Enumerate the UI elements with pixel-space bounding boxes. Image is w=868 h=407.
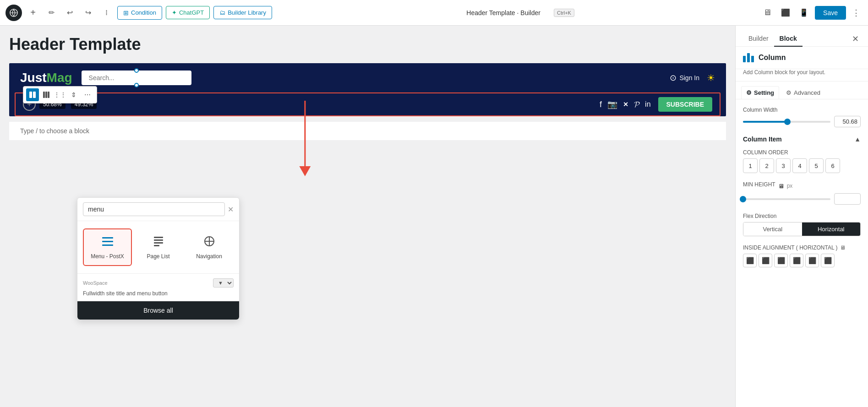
facebook-icon[interactable]: f — [600, 100, 602, 109]
menu-postx-icon — [101, 235, 114, 250]
add-block-toolbar-button[interactable]: + — [26, 5, 40, 20]
column-width-thumb[interactable] — [784, 119, 791, 125]
subscribe-button[interactable]: SUBSCRIBE — [658, 97, 712, 112]
block-picker-popup: ✕ Menu - PostX — [77, 197, 240, 320]
picker-item-page-list[interactable]: Page List — [134, 228, 183, 266]
more-block-options-btn[interactable]: ⋯ — [81, 88, 94, 101]
col-bar-3 — [751, 56, 754, 62]
picker-clear-button[interactable]: ✕ — [228, 205, 234, 214]
align-btn-stretch[interactable]: ⬛ — [805, 254, 819, 267]
min-height-input[interactable] — [834, 193, 861, 205]
min-height-label-row: MIN HEIGHT 🖥 px — [743, 181, 861, 190]
resize-handle-bottom[interactable] — [134, 83, 139, 87]
picker-preview-section: WooSpace ▼ Fullwidth site title and menu… — [77, 273, 239, 301]
sub-tab-advanced[interactable]: ⚙ Advanced — [781, 86, 825, 99]
picker-search-input[interactable] — [83, 202, 225, 216]
brand-highlight: Mag — [47, 71, 72, 85]
svg-rect-8 — [102, 241, 113, 242]
flex-dir-vertical[interactable]: Vertical — [743, 222, 802, 236]
redo-button[interactable]: ↪ — [81, 5, 95, 20]
panel-block-desc: Add Column block for your layout. — [736, 69, 868, 81]
order-btn-3[interactable]: 3 — [776, 158, 791, 173]
builder-library-button[interactable]: 🗂 Builder Library — [213, 6, 272, 19]
flex-direction-buttons: Vertical Horizontal — [743, 222, 861, 236]
picker-preview-bar: WooSpace ▼ — [83, 278, 234, 288]
svg-rect-3 — [43, 92, 45, 98]
grid-btn[interactable]: ⋮⋮ — [54, 88, 66, 101]
align-btn-left[interactable]: ⬛ — [743, 254, 757, 267]
min-height-thumb[interactable] — [740, 196, 746, 202]
instagram-icon[interactable]: 📷 — [607, 99, 617, 109]
column-width-input[interactable] — [834, 116, 861, 127]
builder-library-label: Builder Library — [228, 9, 266, 16]
list-view-button[interactable]: ⁞ — [99, 5, 114, 20]
min-height-unit: px — [787, 183, 793, 189]
flex-direction-row: Flex Direction Vertical Horizontal — [743, 213, 861, 236]
save-button[interactable]: Save — [815, 6, 846, 20]
svg-rect-7 — [102, 237, 113, 239]
align-btn-center[interactable]: ⬛ — [759, 254, 772, 267]
mobile-view-button[interactable]: 📱 — [797, 5, 811, 20]
align-btn-right[interactable]: ⬛ — [774, 254, 788, 267]
min-height-label: MIN HEIGHT — [743, 181, 775, 188]
social-icons-group: f 📷 ✕ 𝓟 in — [600, 99, 650, 109]
header-block-toolbar: ⋮⋮ ⇕ ⋯ — [23, 86, 97, 103]
sign-in-label: Sign In — [679, 74, 699, 81]
column-width-track[interactable] — [743, 121, 830, 123]
more-options-button[interactable]: ⋮ — [850, 6, 863, 19]
resize-handle-top[interactable] — [134, 68, 139, 73]
order-btn-1[interactable]: 1 — [743, 158, 758, 173]
inside-alignment-label: INSIDE ALIGNMENT ( HORIZONTAL ) 🖥 — [743, 244, 861, 251]
picker-item-navigation[interactable]: Navigation — [185, 228, 234, 266]
top-toolbar: + ✏ ↩ ↪ ⁞ ⊞ Condition ✦ ChatGPT 🗂 Builde… — [0, 0, 868, 26]
align-btn-space[interactable]: ⬛ — [821, 254, 835, 267]
linkedin-icon[interactable]: in — [645, 100, 650, 109]
tab-builder[interactable]: Builder — [743, 31, 774, 47]
menu-postx-label: Menu - PostX — [91, 253, 124, 260]
move-up-down-btn[interactable]: ⇕ — [67, 88, 80, 101]
twitter-x-icon[interactable]: ✕ — [623, 101, 628, 108]
column-item-collapse-button[interactable]: ▲ — [854, 136, 861, 143]
chatgpt-button[interactable]: ✦ ChatGPT — [166, 6, 210, 19]
undo-button[interactable]: ↩ — [62, 5, 77, 20]
columns-layout-btn2[interactable] — [40, 88, 53, 101]
chatgpt-icon: ✦ — [172, 9, 177, 16]
order-btn-2[interactable]: 2 — [759, 158, 774, 173]
browse-all-button[interactable]: Browse all — [77, 301, 239, 320]
picker-preview-select[interactable]: ▼ — [213, 278, 234, 288]
column-width-fill — [743, 121, 787, 123]
condition-icon: ⊞ — [123, 9, 129, 16]
order-btn-4[interactable]: 4 — [792, 158, 807, 173]
condition-button[interactable]: ⊞ Condition — [117, 6, 162, 20]
navigation-icon — [203, 235, 216, 250]
shortcut-badge: Ctrl+K — [554, 9, 574, 17]
svg-rect-13 — [154, 245, 159, 246]
align-btn-justify[interactable]: ⬛ — [790, 254, 803, 267]
pinterest-icon[interactable]: 𝓟 — [634, 100, 639, 109]
desktop-view-button[interactable]: 🖥 — [760, 5, 775, 20]
tablet-view-button[interactable]: ⬛ — [778, 5, 793, 20]
flex-dir-horizontal[interactable]: Horizontal — [802, 222, 861, 236]
column-width-label-text: Column Width — [743, 107, 777, 113]
svg-rect-9 — [102, 244, 113, 246]
min-height-track[interactable] — [743, 198, 830, 200]
header-nav-row: + 50.68% 49.32% f 📷 ✕ 𝓟 in SUBSCRIBE — [15, 92, 721, 116]
sign-in-link[interactable]: ⊙ Sign In — [670, 73, 699, 83]
order-btn-5[interactable]: 5 — [809, 158, 824, 173]
theme-toggle-icon[interactable]: ☀ — [707, 72, 715, 83]
column-item-section: Column Item ▲ COLUMN ORDER 1 2 3 4 5 6 — [743, 136, 861, 173]
sub-tab-setting[interactable]: ⚙ Setting — [741, 86, 779, 99]
picker-item-menu-postx[interactable]: Menu - PostX — [83, 228, 132, 266]
column-width-row: Column Width — [743, 107, 861, 127]
condition-label: Condition — [131, 9, 156, 16]
order-btn-6[interactable]: 6 — [825, 158, 840, 173]
inside-alignment-label-text: INSIDE ALIGNMENT ( HORIZONTAL ) — [743, 244, 837, 251]
type-hint-text: Type / to choose a block — [20, 127, 89, 135]
columns-layout-btn[interactable] — [26, 88, 39, 101]
tab-block[interactable]: Block — [774, 31, 802, 47]
wp-logo-icon[interactable] — [5, 5, 22, 21]
panel-close-button[interactable]: ✕ — [850, 32, 861, 46]
column-item-title: Column Item — [743, 136, 782, 143]
edit-icon-button[interactable]: ✏ — [44, 5, 59, 20]
template-name-input[interactable] — [458, 7, 549, 19]
